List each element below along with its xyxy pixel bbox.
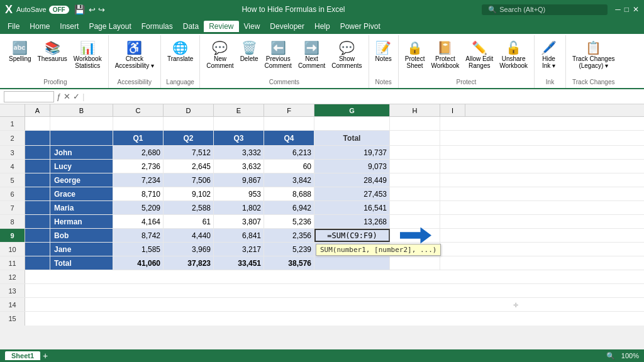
sheet-tab[interactable]: Sheet1 <box>5 351 40 360</box>
cell-h2[interactable] <box>390 131 440 145</box>
spelling-button[interactable]: 🔤 Spelling <box>6 39 34 63</box>
row-num-14[interactable]: 14 <box>0 298 25 311</box>
cell-e7[interactable]: 1,802 <box>214 201 264 214</box>
cell-g1[interactable] <box>314 117 390 130</box>
col-header-b[interactable]: B <box>50 104 113 116</box>
cell-b5[interactable]: George <box>50 173 113 187</box>
minimize-icon[interactable]: ─ <box>615 5 621 14</box>
row-num-3[interactable]: 3 <box>0 146 25 159</box>
cell-b7[interactable]: Maria <box>50 201 113 214</box>
track-changes-button[interactable]: 📋 Track Changes(Legacy) ▾ <box>570 39 617 70</box>
cell-c8[interactable]: 4,164 <box>113 215 164 228</box>
autosave-toggle[interactable]: OFF <box>49 6 69 14</box>
show-comments-button[interactable]: 💬 ShowComments <box>329 39 364 70</box>
row-num-8[interactable]: 8 <box>0 215 25 228</box>
name-box[interactable]: COUNTIF <box>4 91 54 102</box>
cell-g9[interactable]: =SUM(C9:F9) SUM(number1, [number2], ...) <box>314 229 390 242</box>
cell-b2[interactable] <box>50 131 113 145</box>
cell-f7[interactable]: 6,942 <box>264 201 314 214</box>
confirm-formula-icon[interactable]: ✓ <box>73 92 80 101</box>
delete-comment-button[interactable]: 🗑️ Delete <box>238 39 261 63</box>
cell-i8[interactable] <box>440 215 465 228</box>
cell-b9[interactable]: Bob <box>50 229 113 242</box>
next-comment-button[interactable]: ➡️ NextComment <box>296 39 328 70</box>
menu-page-layout[interactable]: Page Layout <box>84 21 136 32</box>
row-num-11[interactable]: 11 <box>0 256 25 270</box>
cell-a1[interactable] <box>25 117 50 130</box>
menu-data[interactable]: Data <box>178 21 204 32</box>
cell-b8[interactable]: Herman <box>50 215 113 228</box>
new-comment-button[interactable]: 💬 NewComment <box>204 39 236 70</box>
protect-workbook-button[interactable]: 📔 ProtectWorkbook <box>428 39 462 70</box>
row-num-9[interactable]: 9 <box>0 229 25 242</box>
cell-h3[interactable] <box>390 146 440 159</box>
menu-file[interactable]: File <box>3 21 25 32</box>
cell-d1[interactable] <box>164 117 214 130</box>
notes-button[interactable]: 📝 Notes <box>373 39 394 63</box>
cell-d10[interactable]: 3,969 <box>164 243 214 256</box>
cell-f4[interactable]: 60 <box>264 160 314 173</box>
cell-f2[interactable]: Q4 <box>264 131 314 145</box>
cell-a8[interactable] <box>25 215 50 228</box>
col-header-a[interactable]: A <box>25 104 50 116</box>
cell-d7[interactable]: 2,588 <box>164 201 214 214</box>
cell-g8[interactable]: 13,268 <box>314 215 390 228</box>
hide-ink-button[interactable]: 🖊️ HideInk ▾ <box>538 39 559 70</box>
row-num-6[interactable]: 6 <box>0 187 25 200</box>
row-num-1[interactable]: 1 <box>0 117 25 130</box>
cell-b11[interactable]: Total <box>50 256 113 270</box>
cell-h1[interactable] <box>390 117 440 130</box>
cell-f10[interactable]: 5,239 <box>264 243 314 256</box>
cell-i1[interactable] <box>440 117 465 130</box>
cell-a6[interactable] <box>25 187 50 200</box>
cell-c4[interactable]: 2,736 <box>113 160 164 173</box>
cell-g5[interactable]: 28,449 <box>314 173 390 187</box>
col-header-d[interactable]: D <box>164 104 214 116</box>
cell-c6[interactable]: 8,710 <box>113 187 164 200</box>
cell-d6[interactable]: 9,102 <box>164 187 214 200</box>
cell-c1[interactable] <box>113 117 164 130</box>
cell-g4[interactable]: 9,073 <box>314 160 390 173</box>
cell-h11[interactable] <box>390 256 440 270</box>
cell-c11[interactable]: 41,060 <box>113 256 164 270</box>
cell-i4[interactable] <box>440 160 465 173</box>
save-icon[interactable]: 💾 <box>74 4 85 14</box>
cell-g3[interactable]: 19,737 <box>314 146 390 159</box>
cell-c3[interactable]: 2,680 <box>113 146 164 159</box>
menu-power-pivot[interactable]: Power Pivot <box>335 21 386 32</box>
cell-e3[interactable]: 3,332 <box>214 146 264 159</box>
cell-h7[interactable] <box>390 201 440 214</box>
cell-a10[interactable] <box>25 243 50 256</box>
cell-a9[interactable] <box>25 229 50 242</box>
cell-c5[interactable]: 7,234 <box>113 173 164 187</box>
allow-edit-ranges-button[interactable]: ✏️ Allow EditRanges <box>463 39 496 70</box>
col-header-h[interactable]: H <box>390 104 440 116</box>
cell-i11[interactable] <box>440 256 465 270</box>
row-num-7[interactable]: 7 <box>0 201 25 214</box>
cell-d11[interactable]: 37,823 <box>164 256 214 270</box>
search-box[interactable]: 🔍 Search (Alt+Q) <box>482 4 608 15</box>
cell-h8[interactable] <box>390 215 440 228</box>
cell-i2[interactable] <box>440 131 465 145</box>
row-num-5[interactable]: 5 <box>0 173 25 187</box>
redo-icon[interactable]: ↪ <box>98 5 105 14</box>
cell-d4[interactable]: 2,645 <box>164 160 214 173</box>
previous-comment-button[interactable]: ⬅️ PreviousComment <box>262 39 294 70</box>
col-header-i[interactable]: I <box>440 104 465 116</box>
cell-a3[interactable] <box>25 146 50 159</box>
cell-d3[interactable]: 7,512 <box>164 146 214 159</box>
menu-help[interactable]: Help <box>309 21 335 32</box>
workbook-stats-button[interactable]: 📊 WorkbookStatistics <box>71 39 104 70</box>
cell-f3[interactable]: 6,213 <box>264 146 314 159</box>
cell-d9[interactable]: 4,440 <box>164 229 214 242</box>
cell-i3[interactable] <box>440 146 465 159</box>
cell-d2[interactable]: Q2 <box>164 131 214 145</box>
menu-view[interactable]: View <box>239 21 265 32</box>
cell-g7[interactable]: 16,541 <box>314 201 390 214</box>
undo-icon[interactable]: ↩ <box>89 5 96 14</box>
cell-f9[interactable]: 2,356 <box>264 229 314 242</box>
cell-c10[interactable]: 1,585 <box>113 243 164 256</box>
cell-f5[interactable]: 3,842 <box>264 173 314 187</box>
col-header-e[interactable]: E <box>214 104 264 116</box>
cell-c7[interactable]: 5,209 <box>113 201 164 214</box>
